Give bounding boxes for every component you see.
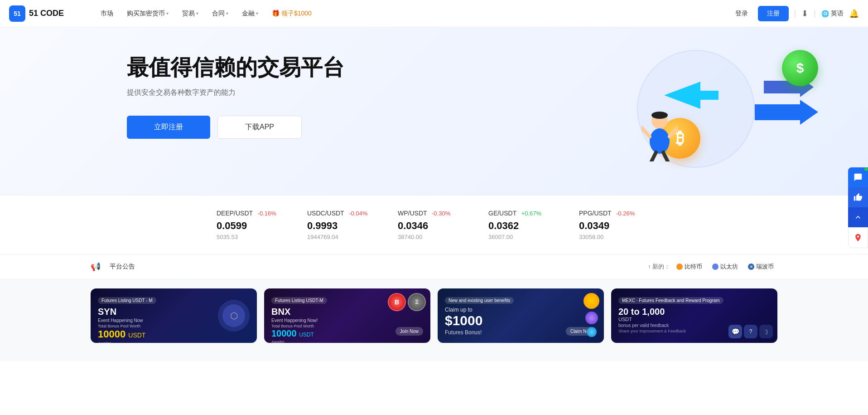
banner-bnx-desc: Total Bonus Pool Worth <box>271 324 423 328</box>
xrp-dot-icon: ✕ <box>748 264 754 270</box>
banner-bnx-amount: 10000 USDT <box>271 328 423 339</box>
ticker-item-ge[interactable]: GE/USDT +0.67% 0.0362 36007.00 <box>479 205 570 245</box>
svg-line-9 <box>663 152 668 161</box>
banner-bnx-suffix: Awaits! <box>271 340 423 343</box>
banner-bonus-subtitle: Futures Bonus! <box>445 329 597 336</box>
download-icon[interactable]: ⬇ <box>801 9 808 19</box>
header: 51 51 CODE 市场 购买加密货币 ▾ 贸易 ▾ 合同 ▾ 金融 ▾ 🎁 … <box>0 0 868 27</box>
ticker-item-wp[interactable]: WP/USDT -0.30% 0.0346 38740.00 <box>389 205 479 245</box>
svg-line-7 <box>670 127 678 137</box>
side-widgets <box>848 167 868 248</box>
btc-dot-icon <box>676 264 683 270</box>
banner-syn-title: SYN <box>98 307 250 317</box>
register-now-button[interactable]: 立即注册 <box>127 116 210 139</box>
side-widget-location[interactable] <box>848 227 868 248</box>
new-label: ↑ 新的： <box>648 263 670 271</box>
eth-tag-label: 以太坊 <box>720 263 738 271</box>
banner-syn-desc: Total Bonus Pool Worth <box>98 324 250 328</box>
login-button[interactable]: 登录 <box>731 7 752 20</box>
ticker-pair-usdc: USDC/USDT -0.04% <box>307 209 380 217</box>
lang-label: 英语 <box>831 10 844 18</box>
globe-icon: 🌐 <box>821 10 829 17</box>
notification-bell-icon[interactable]: 🔔 <box>849 9 859 19</box>
ticker-item-usdc[interactable]: USDC/USDT -0.04% 0.9993 1944769.04 <box>298 205 389 245</box>
download-app-button[interactable]: 下载APP <box>217 116 302 139</box>
banners-grid: Futures Listing USDT - M SYN Event Happe… <box>91 288 777 343</box>
ticker-volume-usdc: 1944769.04 <box>307 234 380 240</box>
logo-icon: 51 <box>9 5 25 22</box>
banner-syn-tag: Futures Listing USDT - M <box>98 297 156 304</box>
ticker-bar: DEEP/USDT -0.16% 0.0599 5035.53 USDC/USD… <box>0 195 868 254</box>
ticker-pair-ge: GE/USDT +0.67% <box>488 209 561 217</box>
banner-bonus-tag: New and existing user benefits <box>445 297 514 304</box>
banner-bnx-tag: Futures Listing USDT-M <box>271 297 327 304</box>
banner-bnx-title: BNX <box>271 307 423 317</box>
ticker-pair-wp: WP/USDT -0.30% <box>398 209 470 217</box>
ticker-inner: DEEP/USDT -0.16% 0.0599 5035.53 USDC/USD… <box>117 205 751 245</box>
svg-line-6 <box>641 127 650 137</box>
eth-dot-icon <box>712 264 719 270</box>
banner-feedback-desc: Share your improvement & Feedback <box>618 329 770 333</box>
announce-tag-eth[interactable]: 以太坊 <box>709 261 742 273</box>
register-button[interactable]: 注册 <box>758 6 789 21</box>
main-nav: 市场 购买加密货币 ▾ 贸易 ▾ 合同 ▾ 金融 ▾ 🎁 领子$1000 <box>95 7 731 20</box>
logo[interactable]: 51 51 CODE <box>9 5 82 22</box>
banner-syn-suffix: Awaits! <box>98 341 250 343</box>
header-right: 登录 注册 | ⬇ | 🌐 英语 🔔 <box>731 6 859 21</box>
banner-bonus[interactable]: New and existing user benefits Claim up … <box>438 288 604 343</box>
banner-syn-subtitle: Event Happening Now <box>98 318 250 323</box>
header-divider: | <box>794 9 796 18</box>
nav-finance[interactable]: 金融 ▾ <box>236 7 264 20</box>
announcement-icon: 📢 <box>91 262 101 272</box>
banner-feedback-unit: USDT <box>618 317 770 322</box>
announce-tags: ↑ 新的： 比特币 以太坊 ✕ 瑞波币 <box>648 261 777 273</box>
banner-feedback[interactable]: MEXC · Futures Feedback and Reward Progr… <box>611 288 777 343</box>
ticker-price-ge: 0.0362 <box>488 220 561 232</box>
ticker-item-deep[interactable]: DEEP/USDT -0.16% 0.0599 5035.53 <box>207 205 298 245</box>
ticker-volume-ppg: 33058.00 <box>579 234 651 240</box>
btc-tag-label: 比特币 <box>685 263 702 271</box>
ticker-pair-deep: DEEP/USDT -0.16% <box>217 209 289 217</box>
hero-content: 最值得信赖的交易平台 提供安全交易各种数字资产的能力 立即注册 下载APP <box>0 54 868 139</box>
nav-trade-arrow: ▾ <box>196 11 198 16</box>
nav-buy-crypto[interactable]: 购买加密货币 ▾ <box>121 7 174 20</box>
ticker-volume-wp: 38740.00 <box>398 234 470 240</box>
announcement-label: 平台公告 <box>110 263 135 271</box>
banner-bnx[interactable]: Futures Listing USDT-M BNX Event Happeni… <box>264 288 430 343</box>
logo-text: 51 CODE <box>29 9 64 18</box>
banner-feedback-subtitle: bonus per valid feedback <box>618 323 770 328</box>
banner-bonus-amount: $1000 <box>445 314 597 327</box>
ticker-item-ppg[interactable]: PPG/USDT -0.26% 0.0349 33058.00 <box>570 205 661 245</box>
banner-syn[interactable]: Futures Listing USDT - M SYN Event Happe… <box>91 288 257 343</box>
nav-market[interactable]: 市场 <box>95 7 119 20</box>
ticker-price-usdc: 0.9993 <box>307 220 380 232</box>
nav-bonus[interactable]: 🎁 领子$1000 <box>266 7 317 20</box>
side-widget-chat[interactable] <box>848 167 868 187</box>
ticker-price-wp: 0.0346 <box>398 220 470 232</box>
language-button[interactable]: 🌐 英语 <box>821 10 844 18</box>
side-widget-scroll-top[interactable] <box>848 207 868 227</box>
header-divider2: | <box>814 9 816 18</box>
character-illustration <box>641 112 678 163</box>
svg-line-8 <box>651 152 656 161</box>
nav-trade[interactable]: 贸易 ▾ <box>177 7 204 20</box>
ticker-volume-deep: 5035.53 <box>217 234 289 240</box>
banner-syn-amount: 10000 USDT <box>98 328 250 340</box>
announce-tag-btc[interactable]: 比特币 <box>673 261 706 273</box>
banner-feedback-content: MEXC · Futures Feedback and Reward Progr… <box>611 288 777 341</box>
announce-tag-xrp[interactable]: ✕ 瑞波币 <box>744 261 777 273</box>
banner-bnx-content: Futures Listing USDT-M BNX Event Happeni… <box>264 288 430 343</box>
online-indicator-dot <box>864 167 868 171</box>
hero-subtitle: 提供安全交易各种数字资产的能力 <box>127 88 868 98</box>
ticker-volume-ge: 36007.00 <box>488 234 561 240</box>
nav-contract[interactable]: 合同 ▾ <box>207 7 234 20</box>
chevron-up-icon <box>854 213 863 222</box>
announcement-bar: 📢 平台公告 ↑ 新的： 比特币 以太坊 ✕ 瑞波币 <box>0 254 868 279</box>
banner-syn-content: Futures Listing USDT - M SYN Event Happe… <box>91 288 257 343</box>
location-pin-icon <box>854 233 863 242</box>
ticker-pair-ppg: PPG/USDT -0.26% <box>579 209 651 217</box>
side-widget-thumb[interactable] <box>848 187 868 207</box>
banner-feedback-title: 20 to 1,000 <box>618 307 770 317</box>
chat-icon <box>854 173 863 182</box>
banner-bonus-content: New and existing user benefits Claim up … <box>438 288 604 343</box>
